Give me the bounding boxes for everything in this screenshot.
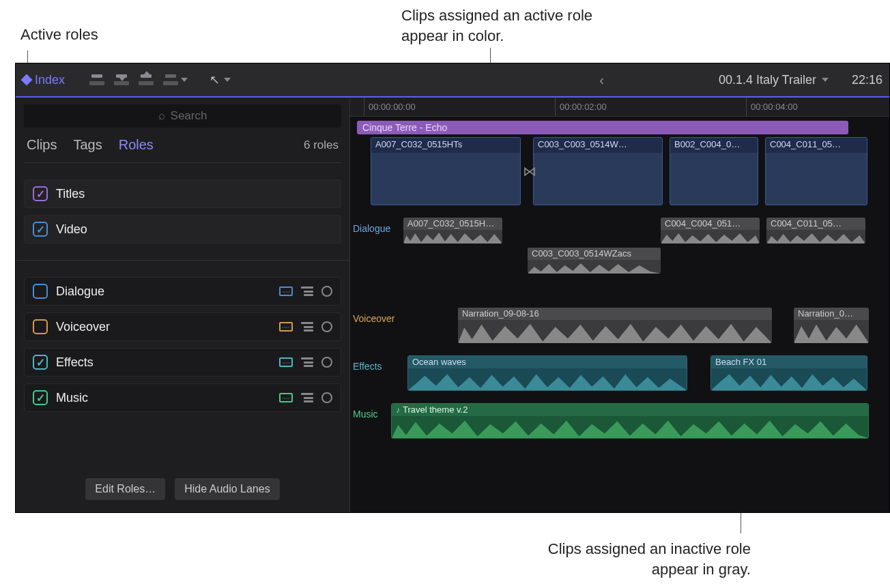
sidebar-footer: Edit Roles… Hide Audio Lanes: [24, 478, 341, 505]
audio-clip[interactable]: C004_C004_051…: [661, 218, 760, 244]
video-clip[interactable]: A007_C032_0515HTs: [371, 137, 521, 205]
role-checkbox[interactable]: [33, 355, 48, 370]
tool-insert-icon[interactable]: [114, 74, 129, 85]
project-title-menu[interactable]: 00.1.4 Italy Trailer: [719, 73, 829, 87]
search-input[interactable]: ⌕ Search: [24, 104, 341, 128]
video-clip-label: A007_C032_0515HTs: [371, 138, 520, 153]
role-name: Titles: [56, 187, 85, 201]
index-diamond-icon: [21, 74, 33, 86]
annotation-active-roles: Active roles: [20, 25, 98, 45]
audio-clip[interactable]: Ocean waves: [407, 355, 687, 391]
audio-clip[interactable]: Beach FX 01: [710, 355, 867, 391]
sublanes-icon[interactable]: [301, 322, 313, 332]
role-row-effects[interactable]: Effects: [24, 348, 341, 377]
audio-clip-label: A007_C032_0515H…: [403, 218, 502, 230]
audio-clip-label: Narration_09-08-16: [458, 308, 772, 320]
lane-music: Music ♪Travel theme v.2: [350, 403, 889, 441]
audio-clip[interactable]: A007_C032_0515H…: [403, 218, 502, 244]
roles-list: Titles Video Dialogue: [24, 179, 341, 412]
focus-icon[interactable]: [321, 392, 332, 403]
audio-clip-label: Beach FX 01: [711, 356, 867, 368]
audio-clip[interactable]: ♪Travel theme v.2: [391, 403, 869, 439]
role-checkbox[interactable]: [33, 319, 48, 334]
lane-label: Music: [353, 409, 378, 420]
role-row-voiceover[interactable]: Voiceover: [24, 312, 341, 341]
audio-clip[interactable]: Narration_09-08-16: [458, 308, 772, 343]
role-name: Dialogue: [56, 284, 104, 299]
search-placeholder: Search: [171, 109, 207, 123]
pointer-icon: ↖: [210, 72, 220, 87]
tool-pointer-menu[interactable]: ↖: [210, 72, 231, 87]
lane-label: Voiceover: [353, 313, 394, 324]
hide-audio-lanes-button[interactable]: Hide Audio Lanes: [175, 478, 279, 500]
transition-icon[interactable]: ⋈: [519, 163, 541, 179]
tool-connect-icon[interactable]: [89, 74, 104, 85]
timeline-ruler[interactable]: 00:00:00:00 00:00:02:00 00:00:04:00: [350, 98, 889, 117]
video-clip-label: B002_C004_0…: [670, 138, 758, 153]
audio-clip[interactable]: Narration_0…: [794, 308, 869, 343]
focus-icon[interactable]: [321, 321, 332, 332]
video-clip[interactable]: B002_C004_0…: [670, 137, 758, 205]
annotation-active-clips: Clips assigned an active role appear in …: [401, 5, 620, 46]
title-clip-label: Cinque Terre - Echo: [362, 122, 447, 133]
lane-toggle-icon[interactable]: [279, 286, 293, 296]
lane-effects: Effects Ocean waves Beach FX 01: [350, 355, 889, 394]
role-name: Video: [56, 222, 87, 237]
toolbar-icons: [89, 74, 178, 85]
timeline-back-button[interactable]: ‹: [591, 72, 612, 88]
lane-voiceover: Voiceover Narration_09-08-16 Narration_0…: [350, 308, 889, 346]
ruler-tick: 00:00:02:00: [555, 98, 607, 116]
role-checkbox[interactable]: [33, 284, 48, 299]
app-window: Index ↖ ‹ 00.1.4 Italy Trailer 22:16 ⌕ S…: [15, 63, 890, 513]
video-clip-label: C004_C011_05…: [766, 138, 867, 153]
lane-toggle-icon[interactable]: [279, 322, 293, 332]
title-clip[interactable]: Cinque Terre - Echo: [357, 121, 848, 134]
role-row-video[interactable]: Video: [24, 215, 341, 244]
tool-overwrite-icon[interactable]: [163, 74, 178, 85]
lane-label: Effects: [353, 361, 382, 372]
role-name: Music: [56, 391, 88, 405]
audio-clip-label: Narration_0…: [794, 308, 869, 320]
audio-clip-label: C003_C003_0514WZacs: [528, 248, 661, 260]
lane-label: Dialogue: [353, 223, 390, 234]
video-clip[interactable]: C004_C011_05…: [765, 137, 867, 205]
role-row-titles[interactable]: Titles: [24, 179, 341, 208]
role-checkbox[interactable]: [33, 390, 48, 405]
role-count: 6 roles: [304, 138, 339, 152]
timecode-readout: 22:16: [852, 73, 882, 87]
music-note-icon: ♪: [396, 405, 400, 415]
annotation-inactive-clips: Clips assigned an inactive role appear i…: [539, 539, 751, 579]
lane-toggle-icon[interactable]: [279, 393, 293, 402]
role-name: Effects: [56, 355, 94, 370]
lane-dialogue: Dialogue A007_C032_0515H… C003_C003_0514…: [350, 218, 889, 276]
video-clip[interactable]: C003_C003_0514W…: [533, 137, 663, 205]
search-icon: ⌕: [158, 109, 165, 123]
role-row-music[interactable]: Music: [24, 383, 341, 412]
tab-tags[interactable]: Tags: [73, 137, 102, 153]
sublanes-icon[interactable]: [301, 393, 313, 402]
audio-clip-label: C004_C011_05…: [766, 218, 865, 230]
focus-icon[interactable]: [321, 357, 332, 368]
index-label: Index: [35, 73, 65, 87]
index-button[interactable]: Index: [23, 73, 65, 87]
timeline-tracks: Cinque Terre - Echo A007_C032_0515HTs C0…: [350, 117, 889, 122]
timeline[interactable]: 00:00:00:00 00:00:02:00 00:00:04:00 Cinq…: [350, 98, 889, 512]
role-row-dialogue[interactable]: Dialogue: [24, 277, 341, 306]
tab-roles[interactable]: Roles: [119, 137, 154, 153]
audio-clip[interactable]: C003_C003_0514WZacs: [528, 248, 661, 274]
lane-toggle-icon[interactable]: [279, 357, 293, 367]
sublanes-icon[interactable]: [301, 357, 313, 367]
focus-icon[interactable]: [321, 286, 332, 297]
role-checkbox[interactable]: [33, 186, 48, 201]
toolbar: Index ↖ ‹ 00.1.4 Italy Trailer 22:16: [16, 63, 889, 98]
tool-append-icon[interactable]: [139, 74, 154, 85]
audio-clip-label: ♪Travel theme v.2: [392, 404, 868, 416]
chevron-down-icon: [822, 78, 829, 82]
audio-clip[interactable]: C004_C011_05…: [766, 218, 865, 244]
edit-roles-button[interactable]: Edit Roles…: [85, 478, 165, 500]
project-title-label: 00.1.4 Italy Trailer: [719, 73, 816, 87]
video-clip-label: C003_C003_0514W…: [534, 138, 662, 153]
tab-clips[interactable]: Clips: [27, 137, 57, 153]
role-checkbox[interactable]: [33, 222, 48, 237]
sublanes-icon[interactable]: [301, 286, 313, 296]
